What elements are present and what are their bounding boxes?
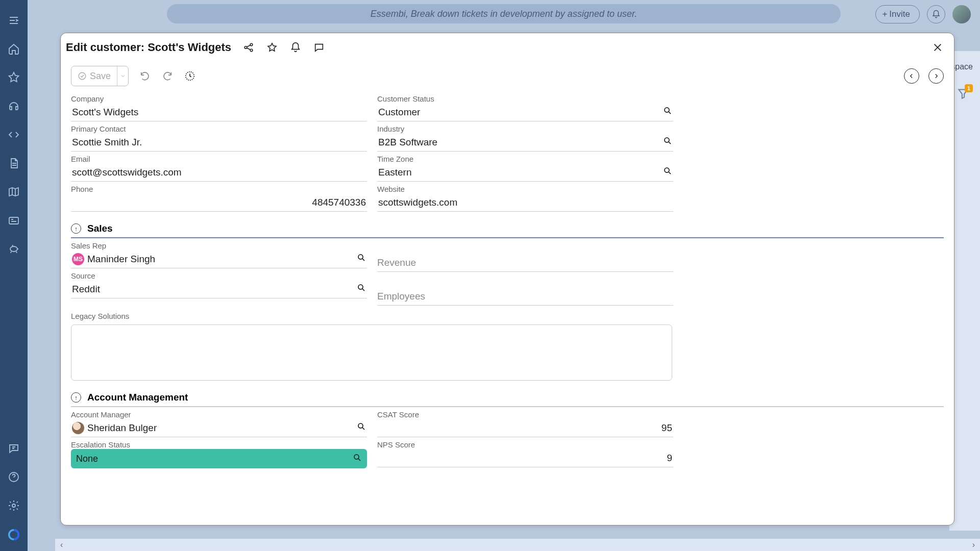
invite-label: Invite	[889, 9, 910, 19]
menu-toggle-icon[interactable]	[6, 13, 21, 28]
search-placeholder: Essembi, Break down tickets in developme…	[371, 9, 638, 19]
csat-input[interactable]	[378, 422, 672, 434]
account-manager-avatar	[72, 422, 84, 434]
edit-customer-modal: Edit customer: Scott's Widgets Save	[60, 33, 954, 525]
svg-point-11	[665, 168, 669, 172]
svg-point-7	[79, 72, 86, 80]
svg-point-14	[358, 423, 363, 428]
feedback-icon[interactable]	[6, 441, 21, 456]
website-input[interactable]	[378, 197, 672, 208]
sales-section-header[interactable]: ↑ Sales	[71, 223, 944, 238]
map-icon[interactable]	[6, 184, 21, 199]
account-management-section-header[interactable]: ↑ Account Management	[71, 392, 944, 407]
headset-icon[interactable]	[6, 98, 21, 114]
search-icon[interactable]	[357, 253, 366, 265]
modal-toolbar: Save	[61, 62, 954, 90]
scroll-right-icon[interactable]: ›	[972, 540, 975, 549]
timezone-select[interactable]: Eastern	[377, 163, 673, 182]
sales-rep-select[interactable]: MS Maninder Singh	[71, 250, 367, 268]
share-icon[interactable]	[242, 41, 255, 54]
company-field: Company	[71, 94, 367, 121]
star-icon[interactable]	[6, 70, 21, 85]
left-sidebar	[0, 0, 28, 551]
svg-point-13	[358, 285, 363, 289]
notifications-button[interactable]	[927, 5, 945, 23]
search-icon[interactable]	[663, 106, 672, 118]
employees-input[interactable]: Employees	[377, 287, 673, 306]
email-input[interactable]	[72, 167, 366, 178]
help-icon[interactable]	[6, 469, 21, 485]
redo-icon[interactable]	[161, 70, 174, 82]
essembi-logo[interactable]	[7, 528, 21, 542]
bell-icon[interactable]	[289, 41, 302, 54]
source-select[interactable]: Reddit	[71, 280, 367, 298]
plus-icon: +	[882, 9, 887, 19]
undo-icon[interactable]	[139, 70, 151, 82]
modal-title: Edit customer: Scott's Widgets	[66, 41, 231, 54]
sales-rep-avatar: MS	[72, 253, 84, 265]
save-button[interactable]: Save	[71, 66, 129, 86]
prev-record-button[interactable]	[904, 68, 919, 84]
comment-icon[interactable]	[313, 41, 325, 54]
horizontal-scrollbar[interactable]: ‹ ›	[55, 539, 980, 551]
global-search[interactable]: Essembi, Break down tickets in developme…	[167, 4, 841, 23]
user-avatar[interactable]	[952, 5, 971, 23]
document-icon[interactable]	[6, 156, 21, 171]
company-input[interactable]	[72, 107, 366, 118]
revenue-input[interactable]: Revenue	[377, 254, 673, 272]
settings-icon[interactable]	[6, 498, 21, 513]
card-icon[interactable]	[6, 213, 21, 228]
expand-icon[interactable]: ↑	[71, 223, 81, 234]
svg-point-2	[12, 504, 15, 507]
svg-point-10	[665, 138, 669, 142]
customer-status-select[interactable]: Customer	[377, 103, 673, 121]
next-record-button[interactable]	[928, 68, 944, 84]
svg-rect-0	[9, 217, 18, 224]
svg-point-9	[665, 108, 669, 112]
svg-point-12	[358, 255, 363, 259]
account-manager-select[interactable]: Sheridan Bulger	[71, 419, 367, 437]
favorite-star-icon[interactable]	[266, 41, 278, 54]
code-icon[interactable]	[6, 127, 21, 142]
home-icon[interactable]	[6, 41, 21, 57]
expand-icon[interactable]: ↑	[71, 392, 81, 403]
search-icon[interactable]	[357, 422, 366, 434]
industry-select[interactable]: B2B Software	[377, 133, 673, 152]
piggy-icon[interactable]	[6, 241, 21, 257]
close-icon[interactable]	[932, 41, 944, 54]
primary-contact-input[interactable]	[72, 137, 366, 148]
phone-input[interactable]	[72, 197, 366, 208]
form-body[interactable]: Company Primary Contact Email Phone	[61, 90, 954, 525]
save-label: Save	[90, 71, 111, 82]
nps-input[interactable]	[378, 453, 672, 464]
scroll-left-icon[interactable]: ‹	[60, 540, 63, 549]
escalation-status-select[interactable]: None	[71, 449, 367, 468]
svg-point-15	[354, 455, 359, 459]
top-bar: Essembi, Break down tickets in developme…	[28, 0, 980, 28]
modal-header: Edit customer: Scott's Widgets	[61, 33, 954, 62]
search-icon[interactable]	[353, 453, 362, 465]
history-icon[interactable]	[184, 70, 196, 82]
search-icon[interactable]	[663, 136, 672, 148]
legacy-solutions-textarea[interactable]	[71, 324, 672, 381]
invite-button[interactable]: + Invite	[875, 5, 920, 23]
search-icon[interactable]	[663, 166, 672, 178]
filter-badge: 1	[965, 84, 973, 92]
search-icon[interactable]	[357, 283, 366, 295]
save-dropdown[interactable]	[117, 66, 128, 86]
